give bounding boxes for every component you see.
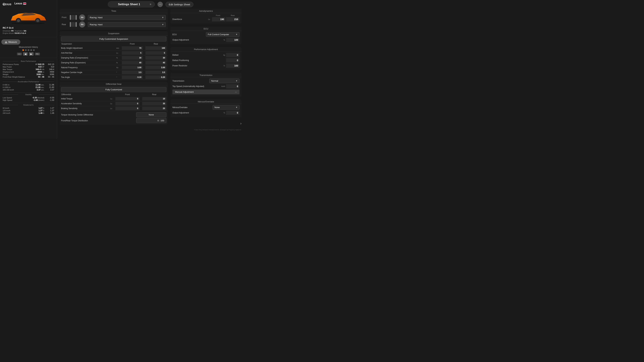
suspension-row-damping-exp: Damping Ratio (Expansion) % 40 40 xyxy=(60,60,168,65)
tire-rect-left xyxy=(70,15,71,20)
damping-comp-rear[interactable]: 30 xyxy=(144,55,168,60)
suspension-section: Suspension Fully Customized Suspension S… xyxy=(60,31,168,80)
accel-sensitivity-rear[interactable]: 35 xyxy=(141,101,168,106)
stat-100-150-value: 3.37 sec. xyxy=(36,89,44,91)
stat-1000m-value: 21.80 sec. xyxy=(36,86,44,88)
copyright-text: © 2022 Sony Interactive Entertainment In… xyxy=(170,128,242,131)
performance-adj-title: Performance Adjustment xyxy=(170,47,242,51)
edit-settings-button[interactable]: Edit Settings Sheet xyxy=(166,2,193,7)
brand-header: LEXUS Lexus xyxy=(3,2,54,6)
stat-balance-label: Front-Rear Weight Balance xyxy=(3,76,35,78)
flag-icon xyxy=(23,2,26,5)
damping-exp-front[interactable]: 40 xyxy=(120,60,144,65)
front-tire-select[interactable]: Racing: Hard ▼ xyxy=(88,15,166,20)
nav-next-button[interactable]: ▶ xyxy=(29,52,34,56)
rear-tire-row: Rear RH Racing: Hard ▼ xyxy=(62,21,166,27)
top-speed-value[interactable]: 0 xyxy=(226,84,240,88)
aero-rear-label: Rear xyxy=(226,14,240,16)
suspension-row-body-height: Body Height Adjustment mm 70 100 xyxy=(60,46,168,51)
camber-front[interactable]: 3.5 xyxy=(120,70,144,75)
stat-400m-alt: 11.96 xyxy=(45,84,54,86)
measure-button[interactable]: Measure xyxy=(1,39,20,44)
anti-roll-rear[interactable]: 5 xyxy=(144,51,168,55)
stat-pp-alt: 642.15 xyxy=(45,63,54,65)
differential-title: Differential Gear xyxy=(60,82,168,86)
dot-2[interactable] xyxy=(25,49,27,51)
dot-4[interactable] xyxy=(30,49,32,51)
ballast-pos-row: Ballast Positioning 0 xyxy=(172,58,240,62)
camber-rear[interactable]: 3.5 xyxy=(144,70,168,75)
toe-unit: ° xyxy=(115,75,120,80)
nav-prev-button[interactable]: ◀ xyxy=(23,52,28,56)
diff-row-initial-torque: Initial Torque Lv. 0 10 xyxy=(60,96,168,101)
toe-rear[interactable]: ↕ 0.20 xyxy=(144,75,168,80)
dots-button[interactable]: ··· xyxy=(158,2,163,7)
nitrous-dropdown[interactable]: None ▼ xyxy=(213,105,240,110)
ballast-pos-value[interactable]: 0 xyxy=(226,58,240,62)
performance-adj-section: Performance Adjustment Ballast kg 0 Ball… xyxy=(170,47,242,70)
tire-body xyxy=(72,15,75,20)
damping-comp-label: Damping Ratio (Compression) xyxy=(60,55,115,60)
output-adj-value[interactable]: 100 xyxy=(226,38,240,42)
front-rear-dist-row: Front/Rear Torque Distribution 0 : 100 xyxy=(61,118,166,123)
left-panel: LEXUS Lexus xyxy=(0,0,57,139)
body-height-unit: mm xyxy=(115,46,120,51)
car-image-container xyxy=(0,9,57,26)
downforce-front-value[interactable]: 190 xyxy=(212,17,226,21)
toe-front[interactable]: ↕ 0.10 xyxy=(120,75,144,80)
nitrous-output-value[interactable]: 0 xyxy=(226,111,240,115)
body-height-front[interactable]: 70 xyxy=(120,46,144,51)
torque-vectoring-wrapper: Torque-Vectoring Center Differential Non… xyxy=(60,112,168,125)
natural-freq-front[interactable]: 3.00 xyxy=(120,65,144,70)
braking-sensitivity-rear[interactable]: 25 xyxy=(141,106,168,111)
measure-section: Measure Measurement History L1 ◀ ▶ R1 xyxy=(0,38,57,57)
rear-tire-select[interactable]: Racing: Hard ▼ xyxy=(88,22,166,27)
stat-400m-value: 11.96 sec. xyxy=(36,84,44,86)
triangle-icon xyxy=(5,41,8,43)
body-height-rear[interactable]: 100 xyxy=(144,46,168,51)
transmission-dropdown[interactable]: Normal ▼ xyxy=(209,79,240,83)
ecu-dropdown[interactable]: Full Control Computer ▼ xyxy=(206,32,240,37)
stat-balance-alt: 54 : 46 xyxy=(45,76,54,78)
initial-torque-rear[interactable]: 10 xyxy=(141,96,168,101)
natural-freq-label: Natural Frequency xyxy=(60,65,115,70)
dot-5[interactable] xyxy=(33,49,35,51)
dots-icon: ··· xyxy=(159,3,161,6)
downforce-rear-value[interactable]: 210 xyxy=(226,17,240,21)
initial-torque-front[interactable]: 0 xyxy=(114,96,141,101)
power-restrictor-value[interactable]: 100 xyxy=(226,63,240,68)
stat-60kmh-alt: 1.27 xyxy=(45,107,54,109)
manual-adj-dots: ··· xyxy=(235,91,237,93)
accel-sensitivity-front[interactable]: 0 xyxy=(114,101,141,106)
ecu-dropdown-arrow: ▼ xyxy=(236,33,238,36)
suspension-row-anti-roll: Anti-Roll Bar Lv. 5 5 xyxy=(60,51,168,55)
transmission-section: Transmission Transmission Normal ▼ Top S… xyxy=(170,73,242,97)
anti-roll-front[interactable]: 5 xyxy=(120,51,144,55)
downforce-unit: Lv. xyxy=(207,18,210,20)
nitrous-section: Nitrous/Overtake Nitrous/Overtake None ▼… xyxy=(170,99,242,117)
car-model: RC F Gr.4 xyxy=(3,26,54,29)
stat-60kmh-value: 1.27 G xyxy=(38,107,44,109)
diff-row-accel-sensitivity: Acceleration Sensitivity Lv. 0 35 xyxy=(60,101,168,106)
braking-sensitivity-front[interactable]: 0 xyxy=(114,106,141,111)
stat-weight-value: 3086 lbs. xyxy=(36,73,44,76)
nitrous-output-row: Output Adjustment % 0 xyxy=(172,111,240,115)
stat-pp-label: Performance Points xyxy=(3,63,35,65)
brand-name: Lexus xyxy=(14,2,22,5)
svg-point-6 xyxy=(36,19,39,22)
stat-weight-alt: 3086 xyxy=(45,73,54,76)
list-icon-button[interactable]: ≡ xyxy=(149,2,152,6)
stat-240kmh-alt: 1.46 xyxy=(45,112,54,114)
stat-weight-label: Weight xyxy=(3,73,35,75)
accel-perf-grid: 0-400 m 11.96 sec. 11.96 0-1000 m 21.80 … xyxy=(3,83,54,91)
stat-balance-value: 54 : 46 xyxy=(36,76,44,78)
tire-rect-right xyxy=(76,15,77,20)
dot-1[interactable] xyxy=(22,49,24,51)
ballast-value[interactable]: 0 xyxy=(226,53,240,57)
manual-adj-button[interactable]: Manual Adjustment ··· xyxy=(172,89,240,94)
damping-comp-front[interactable]: 30 xyxy=(120,55,144,60)
right-chevron-icon[interactable]: › xyxy=(240,121,242,126)
dot-3[interactable] xyxy=(28,49,29,51)
natural-freq-rear[interactable]: 3.00 xyxy=(144,65,168,70)
damping-exp-rear[interactable]: 40 xyxy=(144,60,168,65)
